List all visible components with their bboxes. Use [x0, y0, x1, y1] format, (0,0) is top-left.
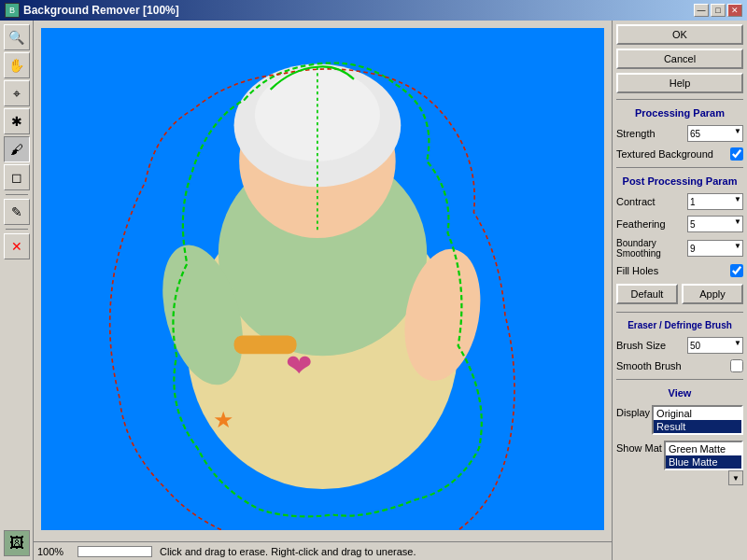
boundary-select[interactable]: 9512: [687, 240, 743, 257]
mat-listbox[interactable]: Green Matte Blue Matte: [664, 441, 743, 470]
title-bar: B Background Remover [100%] — □ ✕: [0, 0, 747, 21]
cancel-button[interactable]: Cancel: [616, 49, 743, 69]
textured-bg-checkbox[interactable]: [730, 147, 743, 161]
strength-row: Strength 65 70 80: [616, 125, 743, 142]
hand-tool[interactable]: ✋: [4, 52, 30, 78]
display-listbox[interactable]: Original Result: [652, 405, 743, 435]
strength-select[interactable]: 65 70 80: [687, 125, 743, 142]
fill-holes-checkbox[interactable]: [730, 264, 743, 277]
close-button[interactable]: ✕: [727, 4, 742, 17]
brush-size-row: Brush Size 502575100: [616, 337, 743, 354]
boundary-label: Boundary Smoothing: [616, 238, 687, 259]
view-section-title: View: [616, 387, 743, 399]
image-container[interactable]: ❤ ★: [41, 28, 604, 530]
svg-text:★: ★: [213, 407, 233, 432]
zoom-level: 100%: [37, 546, 70, 557]
strength-label: Strength: [616, 128, 687, 139]
show-mat-container: Green Matte Blue Matte ▼: [664, 441, 743, 485]
right-panel: OK Cancel Help Processing Param Strength…: [612, 21, 747, 560]
app-icon: B: [5, 3, 20, 18]
default-button[interactable]: Default: [616, 284, 678, 304]
maximize-button[interactable]: □: [711, 4, 726, 17]
textured-bg-label: Textured Background: [616, 148, 730, 160]
show-mat-row: Show Mat Green Matte Blue Matte ▼: [616, 441, 743, 485]
preview-thumbnail: 🖼: [4, 530, 30, 556]
help-button[interactable]: Help: [616, 73, 743, 93]
display-option-original[interactable]: Original: [654, 407, 741, 420]
window-title: Background Remover [100%]: [23, 4, 179, 17]
contract-select[interactable]: 123: [687, 193, 743, 210]
smooth-brush-label: Smooth Brush: [616, 360, 730, 371]
progress-bar: [78, 546, 152, 557]
fill-holes-label: Fill Holes: [616, 265, 730, 276]
feathering-label: Feathering: [616, 218, 687, 230]
display-row: Display Original Result: [616, 405, 743, 435]
processing-param-title: Processing Param: [616, 107, 743, 119]
status-text: Click and drag to erase. Right-click and…: [160, 546, 416, 557]
svg-text:❤: ❤: [286, 349, 312, 384]
lasso-tool[interactable]: ⌖: [4, 80, 30, 106]
smooth-brush-row: Smooth Brush: [616, 359, 743, 372]
textured-bg-row: Textured Background: [616, 147, 743, 161]
mat-scroll-btn[interactable]: ▼: [728, 470, 743, 485]
display-label: Display: [616, 407, 650, 418]
brush-tool[interactable]: 🖌: [4, 136, 30, 162]
contract-row: Contract 123: [616, 193, 743, 210]
post-processing-title: Post Processing Param: [616, 175, 743, 187]
brush-size-label: Brush Size: [616, 340, 687, 351]
zoom-tool[interactable]: 🔍: [4, 24, 30, 50]
eraser-section-title: Eraser / Defringe Brush: [616, 320, 743, 330]
delete-tool[interactable]: ✕: [4, 233, 30, 259]
smooth-brush-checkbox[interactable]: [730, 359, 743, 372]
minimize-button[interactable]: —: [694, 4, 709, 17]
show-mat-label: Show Mat: [616, 442, 662, 454]
boundary-row: Boundary Smoothing 9512: [616, 238, 743, 259]
contract-label: Contract: [616, 196, 687, 207]
canvas-area: ❤ ★ 100% Cl: [34, 21, 612, 560]
left-toolbar: 🔍 ✋ ⌖ ✱ 🖌 ◻ ✎ ✕ 🖼: [0, 21, 34, 560]
brush-size-select[interactable]: 502575100: [687, 337, 743, 354]
default-apply-row: Default Apply: [616, 284, 743, 304]
fill-holes-row: Fill Holes: [616, 264, 743, 277]
status-bar: 100% Click and drag to erase. Right-clic…: [34, 541, 612, 560]
pencil-tool[interactable]: ✎: [4, 199, 30, 225]
eraser-tool[interactable]: ◻: [4, 164, 30, 190]
magic-wand-tool[interactable]: ✱: [4, 108, 30, 134]
feathering-select[interactable]: 537: [687, 216, 743, 232]
svg-rect-9: [234, 335, 297, 354]
canvas-svg: ❤ ★: [41, 28, 604, 530]
apply-button[interactable]: Apply: [682, 284, 743, 304]
mat-option-green[interactable]: Green Matte: [666, 442, 741, 455]
ok-button[interactable]: OK: [616, 24, 743, 45]
feathering-row: Feathering 537: [616, 216, 743, 232]
display-option-result[interactable]: Result: [654, 420, 741, 433]
mat-option-blue[interactable]: Blue Matte: [666, 455, 741, 469]
